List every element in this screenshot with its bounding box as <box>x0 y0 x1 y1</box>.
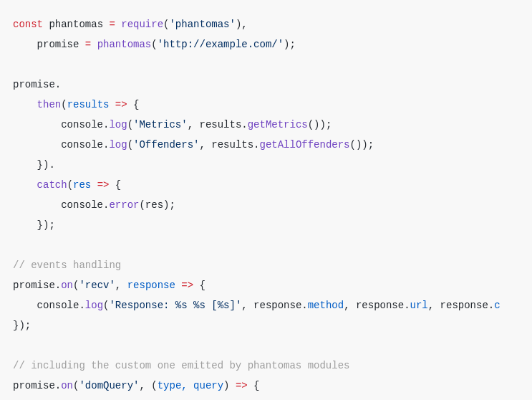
fn-require: require <box>121 19 163 30</box>
string-url: 'http://example.com/' <box>158 39 284 50</box>
comment-custom: // including the custom one emitted by p… <box>13 360 349 371</box>
comment-events: // events handling <box>13 259 121 271</box>
string-phantomas: 'phantomas' <box>169 19 235 30</box>
fn-on: on <box>61 280 73 291</box>
fn-then: then <box>37 99 62 110</box>
fn-phantomas: phantomas <box>97 39 152 50</box>
code-block: const phantomas = require('phantomas'), … <box>13 14 519 400</box>
fn-getalloffenders: getAllOffenders <box>259 139 349 151</box>
keyword-const: const <box>13 19 43 30</box>
prop-method: method <box>308 300 344 311</box>
fn-error: error <box>109 199 139 211</box>
fn-log: log <box>109 119 127 130</box>
fn-getmetrics: getMetrics <box>248 119 308 130</box>
fn-catch: catch <box>37 179 67 191</box>
prop-url: url <box>410 300 428 311</box>
